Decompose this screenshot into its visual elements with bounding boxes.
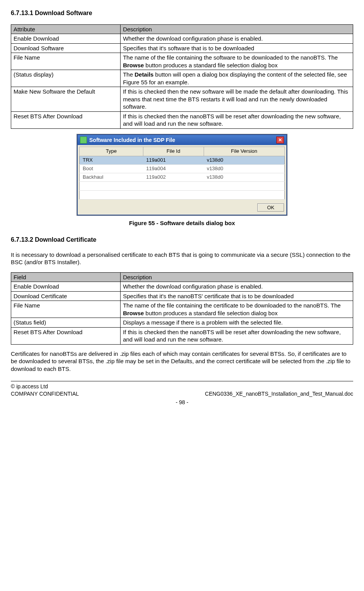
- table-row: File Name The name of the file containin…: [11, 53, 353, 70]
- table-row: Reset BTS After Download If this is chec…: [11, 111, 353, 128]
- attr-cell: (Status display): [11, 70, 121, 87]
- table-row: (Status display) The Details button will…: [11, 70, 353, 87]
- dialog-title-text: Software Included in the SDP File: [89, 137, 175, 143]
- desc-cell: The name of the file containing the cert…: [121, 301, 353, 318]
- attr-cell: (Status field): [11, 318, 121, 328]
- desc-cell: If this is checked then the nanoBTS will…: [121, 327, 353, 344]
- table-header-description: Description: [121, 24, 353, 34]
- sdp-file-grid: Type File Id File Version TRX 119a001 v1…: [79, 147, 285, 200]
- attr-cell: Download Certificate: [11, 291, 121, 301]
- attr-cell: Reset BTS After Download: [11, 327, 121, 344]
- table-row: Reset BTS After Download If this is chec…: [11, 327, 353, 344]
- grid-row[interactable]: Boot 119a004 v138d0: [80, 164, 285, 173]
- ok-button[interactable]: OK: [257, 203, 284, 212]
- grid-header-type: Type: [80, 147, 143, 156]
- section-heading-download-certificate: 6.7.13.2 Download Certificate: [11, 236, 353, 244]
- attr-cell: Make New Software the Default: [11, 87, 121, 112]
- dialog-titlebar: Software Included in the SDP File ✕: [78, 135, 286, 145]
- desc-cell: If this is checked then the new software…: [121, 87, 353, 112]
- footer-page-number: - 98 -: [11, 399, 353, 406]
- table-header-description: Description: [121, 272, 353, 282]
- table-header-attribute: Attribute: [11, 24, 121, 34]
- attr-cell: File Name: [11, 53, 121, 70]
- desc-cell: The name of the file containing the soft…: [121, 53, 353, 70]
- table-row: Enable Download Whether the download con…: [11, 34, 353, 44]
- attr-cell: Download Software: [11, 43, 121, 53]
- footer-rule: [11, 381, 353, 381]
- download-software-table: Attribute Description Enable Download Wh…: [11, 24, 353, 129]
- table-row: Enable Download Whether the download con…: [11, 282, 353, 292]
- table-row: Download Software Specifies that it's so…: [11, 43, 353, 53]
- attr-cell: Enable Download: [11, 282, 121, 292]
- figure-55: Software Included in the SDP File ✕ Type…: [11, 134, 353, 215]
- page-footer: © ip.access Ltd COMPANY CONFIDENTIAL CEN…: [11, 383, 353, 406]
- attr-cell: Reset BTS After Download: [11, 111, 121, 128]
- section2-intro: It is necessary to download a personalis…: [11, 251, 353, 266]
- grid-row[interactable]: Backhaul 119a002 v138d0: [80, 173, 285, 181]
- table-row: File Name The name of the file containin…: [11, 301, 353, 318]
- table-row: Make New Software the Default If this is…: [11, 87, 353, 112]
- download-certificate-table: Field Description Enable Download Whethe…: [11, 272, 353, 345]
- desc-cell: If this is checked then the nanoBTS will…: [121, 111, 353, 128]
- footer-copyright: © ip.access Ltd: [11, 383, 353, 390]
- grid-row[interactable]: TRX 119a001 v138d0: [80, 156, 285, 164]
- desc-cell: Whether the download configuration phase…: [121, 34, 353, 44]
- grid-header-fileid: File Id: [143, 147, 204, 156]
- sdp-dialog: Software Included in the SDP File ✕ Type…: [77, 134, 287, 215]
- table-row: (Status field) Displays a message if the…: [11, 318, 353, 328]
- desc-cell: Displays a message if there is a problem…: [121, 318, 353, 328]
- grid-header-fileversion: File Version: [204, 147, 284, 156]
- desc-cell: The Details button will open a dialog bo…: [121, 70, 353, 87]
- desc-cell: Specifies that it's software that is to …: [121, 43, 353, 53]
- desc-cell: Specifies that it's the nanoBTS' certifi…: [121, 291, 353, 301]
- close-icon[interactable]: ✕: [276, 137, 284, 143]
- table-header-field: Field: [11, 272, 121, 282]
- figure-caption: Figure 55 - Software details dialog box: [11, 219, 353, 227]
- desc-cell: Whether the download configuration phase…: [121, 282, 353, 292]
- table-row: Download Certificate Specifies that it's…: [11, 291, 353, 301]
- footer-confidential: COMPANY CONFIDENTIAL: [11, 390, 79, 397]
- section2-outro: Certificates for nanoBTSs are delivered …: [11, 350, 353, 373]
- section-heading-download-software: 6.7.13.1 Download Software: [11, 9, 353, 17]
- attr-cell: Enable Download: [11, 34, 121, 44]
- attr-cell: File Name: [11, 301, 121, 318]
- dialog-app-icon: [80, 137, 87, 143]
- footer-docref: CENG0336_XE_nanoBTS_Installation_and_Tes…: [205, 390, 353, 397]
